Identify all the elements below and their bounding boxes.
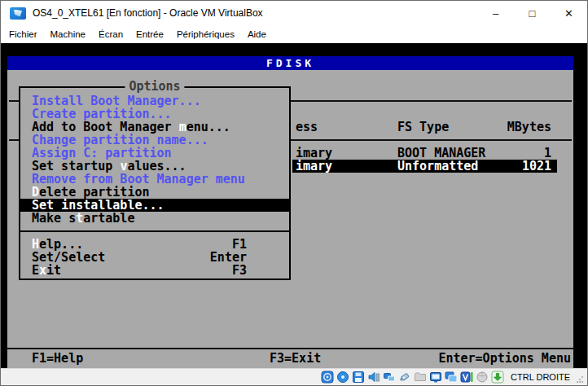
menu-item-help[interactable]: Help...F1 bbox=[20, 238, 289, 251]
menu-aide[interactable]: Aide bbox=[241, 25, 273, 43]
menu-item-assign-c-partition[interactable]: Assign C: partition bbox=[20, 147, 289, 160]
key-options-menu: Enter=Options Menu bbox=[438, 352, 571, 365]
cell-mbytes: 1021 bbox=[522, 160, 551, 173]
cell-mbytes: 1 bbox=[544, 147, 551, 160]
fdisk-key-row: F1=Help F3=Exit Enter=Options Menu bbox=[7, 352, 573, 365]
header-mbytes: MBytes bbox=[507, 121, 551, 134]
menu-bar: Fichier Machine Écran Entrée Périphériqu… bbox=[1, 25, 587, 43]
menu-item-set-startup-values[interactable]: Set startup values... bbox=[20, 160, 289, 173]
floppy-icon[interactable] bbox=[352, 371, 365, 384]
cell-access: imary bbox=[296, 147, 332, 160]
audio-icon[interactable] bbox=[367, 371, 380, 384]
menu-entree[interactable]: Entrée bbox=[129, 25, 170, 43]
options-menu-actions: Help...F1 Set/SelectEnter ExitF3 bbox=[20, 238, 289, 277]
window-title: OS4_0_XTEL61 [En fonction] - Oracle VM V… bbox=[33, 7, 263, 19]
window-controls: – □ ✕ bbox=[477, 1, 587, 25]
key-exit: F3=Exit bbox=[270, 352, 321, 365]
menu-item-make-startable[interactable]: Make startable bbox=[20, 212, 289, 225]
menu-item-create-partition[interactable]: Create partition... bbox=[20, 107, 289, 121]
features-icon[interactable] bbox=[460, 371, 473, 384]
menu-ecran[interactable]: Écran bbox=[92, 25, 129, 43]
shared-folders-icon[interactable] bbox=[414, 371, 427, 384]
cell-fs-type: BOOT MANAGER bbox=[397, 147, 485, 160]
fdisk-screen: ess FS Type MBytes imary BOOT MANAGER 1 … bbox=[7, 70, 573, 370]
maximize-button[interactable]: □ bbox=[514, 1, 551, 25]
cell-fs-type: Unformatted bbox=[397, 160, 478, 173]
fdisk-title: FDISK bbox=[7, 56, 573, 70]
options-menu: Options Install Boot Manager... Create p… bbox=[19, 86, 291, 280]
recording-icon[interactable] bbox=[445, 371, 458, 384]
vm-screen: FDISK ess FS Type MBytes imary BOOT MANA… bbox=[1, 43, 588, 370]
minimize-button[interactable]: – bbox=[477, 1, 514, 25]
menu-item-set-installable[interactable]: Set installable... bbox=[20, 199, 289, 212]
menu-item-exit[interactable]: ExitF3 bbox=[20, 264, 289, 277]
menu-item-install-boot-manager[interactable]: Install Boot Manager... bbox=[20, 94, 289, 107]
close-button[interactable]: ✕ bbox=[551, 1, 587, 25]
virtualbox-logo-icon bbox=[10, 7, 26, 20]
menu-item-remove-from-boot-manager-menu[interactable]: Remove from Boot Manager menu bbox=[20, 173, 289, 186]
menu-fichier[interactable]: Fichier bbox=[2, 25, 44, 43]
display-icon[interactable] bbox=[429, 371, 442, 384]
menu-item-delete-partition[interactable]: Delete partition bbox=[20, 186, 289, 199]
virtualbox-window: OS4_0_XTEL61 [En fonction] - Oracle VM V… bbox=[0, 0, 588, 386]
optical-disk-icon[interactable] bbox=[336, 371, 349, 384]
options-menu-title: Options bbox=[125, 81, 184, 93]
usb-icon[interactable] bbox=[398, 371, 411, 384]
menu-peripheriques[interactable]: Périphériques bbox=[170, 25, 241, 43]
menu-item-add-to-boot-manager-menu[interactable]: Add to Boot Manager menu... bbox=[20, 121, 289, 134]
host-key-icon[interactable] bbox=[491, 371, 504, 384]
options-menu-list: Install Boot Manager... Create partition… bbox=[20, 88, 289, 225]
menu-machine[interactable]: Machine bbox=[44, 25, 92, 43]
hard-disk-icon[interactable] bbox=[321, 371, 334, 384]
fdisk-bottom-rule bbox=[7, 348, 573, 349]
mouse-integration-icon[interactable] bbox=[476, 371, 489, 384]
window-titlebar: OS4_0_XTEL61 [En fonction] - Oracle VM V… bbox=[1, 1, 587, 25]
header-fs-type: FS Type bbox=[397, 121, 449, 134]
vm-status-bar: CTRL DROITE bbox=[1, 368, 587, 385]
menu-item-set-select[interactable]: Set/SelectEnter bbox=[20, 251, 289, 264]
resize-grip[interactable] bbox=[576, 375, 584, 384]
key-help: F1=Help bbox=[32, 352, 83, 365]
menu-separator bbox=[20, 225, 289, 238]
host-key-label: CTRL DROITE bbox=[511, 372, 570, 382]
header-access: ess bbox=[296, 121, 318, 134]
menu-item-change-partition-name[interactable]: Change partition name... bbox=[20, 134, 289, 147]
cell-access: imary bbox=[296, 160, 332, 173]
network-icon[interactable] bbox=[383, 371, 396, 384]
